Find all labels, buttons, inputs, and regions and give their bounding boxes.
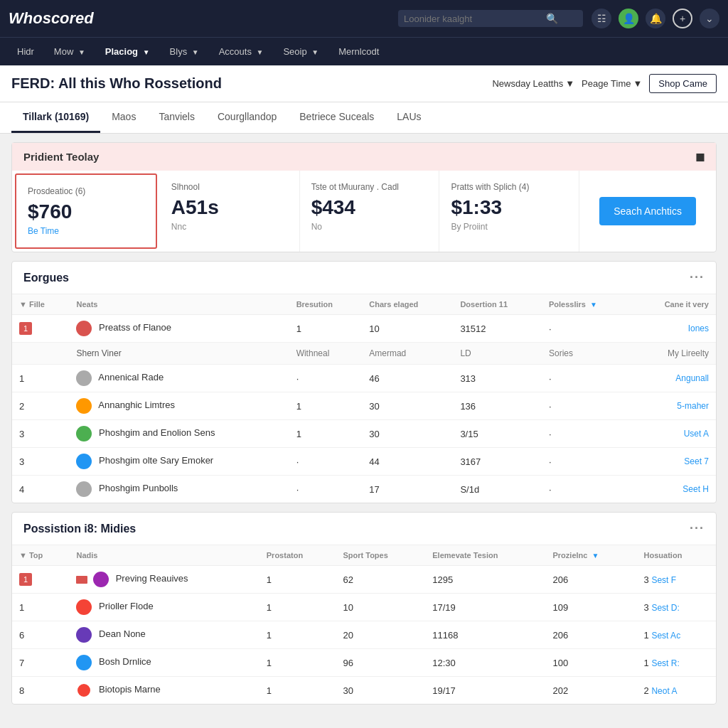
pr-proz: 100 [546,649,637,677]
team-logo [76,321,92,336]
sr-action[interactable]: Seet H [631,476,716,503]
search-icon[interactable]: 🔍 [546,13,558,24]
sr-a: 30 [362,420,453,448]
shop-came-button[interactable]: Shop Came [649,74,717,93]
search-bar: Loonider kaalght 🔍 [398,10,583,27]
page-title: FERD: All this Who Rossetiond [11,75,222,92]
sr-w: · [289,365,363,392]
possistion-menu[interactable]: ··· [690,521,705,536]
borgues-menu[interactable]: ··· [690,270,705,285]
bell-icon[interactable]: 🔔 [646,9,665,28]
nav-icons: ☷ 👤 🔔 + ⌄ [592,9,719,28]
header-actions: Newsday Leatths ▼ Peage Time ▼ Shop Came [492,74,717,93]
stats-panel: Pridient Teolay ◼ Prosdeatioc (6) $760 B… [11,142,717,252]
sr-s: · [542,365,632,392]
pr-action[interactable]: Sest R: [651,658,679,668]
tab-courgllandop[interactable]: Courgllandop [206,102,288,133]
pr-name: Biotopis Marne [69,677,259,705]
subnav-mernlcodt[interactable]: Mernlcodt [330,41,387,63]
pr-rank: 1 [12,566,69,594]
team-logo [76,655,92,670]
col-neats: Neats [69,294,289,315]
sr-action[interactable]: 5-maher [631,392,716,420]
pr-h: 1 Sest Ac [637,621,716,649]
stat-value-2: A51s [171,196,288,219]
stat-label-4: Pratts with Splich (4) [451,182,567,192]
pr-action[interactable]: Sest D: [651,603,679,613]
grid-icon[interactable]: ☷ [592,9,611,28]
rank-cell: 1 [12,315,69,343]
subnav-accouts[interactable]: Accouts ▼ [210,41,272,63]
stats-title: Pridient Teolay [23,151,99,163]
search-input[interactable]: Loonider kaalght [404,14,546,24]
newsday-link[interactable]: Newsday Leatths ▼ [492,78,574,89]
subnav-seoip[interactable]: Seoip ▼ [274,41,327,63]
sub-h1 [12,343,69,365]
col-fille: ▼ Fille [12,294,69,315]
pr-h: 3 Sest F [637,566,716,594]
pr-name: Dean None [69,621,259,649]
newsday-arrow: ▼ [565,78,574,89]
team-logo [76,398,92,414]
sr-w: 1 [289,420,363,448]
sub-h3: Withneal [289,343,363,365]
col-top: ▼ Top [12,545,69,566]
pr-e: 19/17 [425,677,545,705]
sr-name: Phoshgim Punbolls [69,476,289,503]
seach-anchtics-button[interactable]: Seach Anchtics [599,197,696,225]
tab-laus[interactable]: LAUs [385,102,432,133]
sr-rank: 3 [12,448,69,476]
tab-tillark[interactable]: Tillark (10169) [11,102,100,133]
pr-action[interactable]: Neot A [651,686,677,696]
pr-e: 12:30 [425,649,545,677]
pr-proz: 206 [546,566,637,594]
stats-menu-icon[interactable]: ◼ [695,150,705,164]
pr-h: 3 Sest D: [637,594,716,621]
table-row: 1 Prioller Flode 1 10 17/19 109 3 Sest D… [12,594,716,621]
borgues-section: Eorgues ··· ▼ Fille Neats Bresution Char… [11,261,717,503]
sr-a: 30 [362,392,453,420]
stats-panel-header: Pridient Teolay ◼ [12,143,716,171]
sr-s: · [542,476,632,503]
sr-action[interactable]: Angunall [631,365,716,392]
team-logo [93,572,109,587]
peage-link[interactable]: Peage Time ▼ [582,78,642,89]
sr-w: 1 [289,392,363,420]
stat-sub-2: Nnc [171,222,288,232]
tab-betriece[interactable]: Betriece Suceals [288,102,385,133]
sub-h5: LD [453,343,542,365]
pr-action[interactable]: Sest F [651,575,676,585]
subnav-hidr[interactable]: Hidr [9,41,43,63]
logo: Whoscored [9,9,94,28]
sr-action[interactable]: Seet 7 [631,448,716,476]
sr-action[interactable]: Uset A [631,420,716,448]
team-logo [76,426,92,441]
pr-rank: 7 [12,649,69,677]
chevron-down-icon[interactable]: ⌄ [700,9,719,28]
subnav-placiog[interactable]: Placiog ▼ [97,41,159,63]
subnav-blys[interactable]: Blys ▼ [161,41,208,63]
borgues-table: ▼ Fille Neats Bresution Chars elaged Dos… [12,294,716,503]
tab-tanviels[interactable]: Tanviels [147,102,206,133]
stat-btn-container: Seach Anchtics [579,171,716,252]
action-cell[interactable]: Iones [631,315,716,343]
tab-maos[interactable]: Maos [100,102,147,133]
subnav-mow[interactable]: Mow ▼ [46,41,94,63]
stat-label-3: Tste ot tMuurany . Cadl [311,182,428,192]
team-logo [76,599,92,615]
col-sport: Sport Topes [336,545,425,566]
sr-name: Annanghic Limtres [69,392,289,420]
profile-icon[interactable]: 👤 [619,9,638,28]
pr-e: 1295 [425,566,545,594]
polless-cell: · [542,315,632,343]
plus-icon[interactable]: + [673,9,692,28]
borgues-col-header: ▼ Fille Neats Bresution Chars elaged Dos… [12,294,716,315]
stat-card-1: Prosdeatioc (6) $760 Be Time [15,173,157,249]
pr-action[interactable]: Sest Ac [651,631,680,641]
stat-value-1: $760 [28,200,144,223]
chars-cell: 10 [362,315,453,343]
sr-name: Phoshgim olte Sary Emoker [69,448,289,476]
stat-sub-1: Be Time [28,226,144,236]
pr-name: Preving Reauives [69,566,259,594]
col-prostaton: Prostaton [259,545,336,566]
